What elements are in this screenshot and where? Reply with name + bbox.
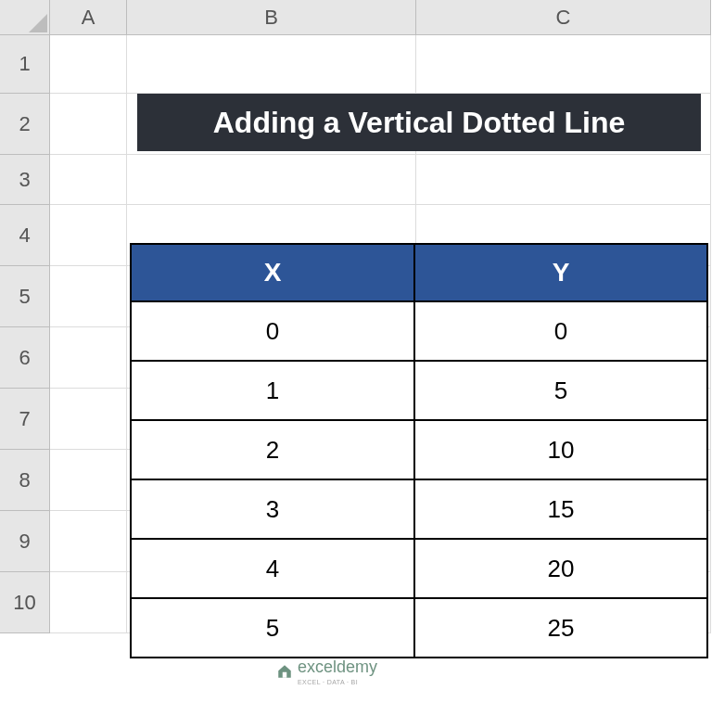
table-row: 2 10 <box>131 420 707 479</box>
cell-a10[interactable] <box>50 572 127 633</box>
cell-x[interactable]: 4 <box>131 539 414 598</box>
table-header-y[interactable]: Y <box>414 244 707 301</box>
cell-x[interactable]: 1 <box>131 361 414 420</box>
watermark-brand: exceldemy <box>298 658 377 677</box>
page-title: Adding a Vertical Dotted Line <box>137 94 701 151</box>
table-row: 1 5 <box>131 361 707 420</box>
table-header-row: X Y <box>131 244 707 301</box>
row-header-3[interactable]: 3 <box>0 155 50 205</box>
cell-b3[interactable] <box>127 155 416 205</box>
table-row: 4 20 <box>131 539 707 598</box>
cell-a7[interactable] <box>50 389 127 450</box>
cell-y[interactable]: 25 <box>414 598 707 658</box>
cell-y[interactable]: 15 <box>414 479 707 539</box>
select-all-triangle-icon <box>29 14 47 32</box>
column-header-a[interactable]: A <box>50 0 127 35</box>
cell-c3[interactable] <box>416 155 711 205</box>
row-header-8[interactable]: 8 <box>0 450 50 511</box>
row-header-9[interactable]: 9 <box>0 511 50 572</box>
table-row: 5 25 <box>131 598 707 658</box>
cell-x[interactable]: 2 <box>131 420 414 479</box>
house-icon <box>276 663 293 680</box>
cell-a2[interactable] <box>50 94 127 155</box>
cell-a1[interactable] <box>50 35 127 94</box>
table-header-x[interactable]: X <box>131 244 414 301</box>
cell-x[interactable]: 0 <box>131 301 414 361</box>
row-header-10[interactable]: 10 <box>0 572 50 633</box>
cell-a5[interactable] <box>50 266 127 327</box>
row-header-2[interactable]: 2 <box>0 94 50 155</box>
cell-y[interactable]: 0 <box>414 301 707 361</box>
cell-a4[interactable] <box>50 205 127 266</box>
cell-a6[interactable] <box>50 327 127 389</box>
watermark: exceldemy EXCEL · DATA · BI <box>276 658 377 685</box>
select-all-corner[interactable] <box>0 0 50 35</box>
column-header-b[interactable]: B <box>127 0 416 35</box>
cell-b1[interactable] <box>127 35 416 94</box>
table-row: 3 15 <box>131 479 707 539</box>
data-table: X Y 0 0 1 5 2 10 3 15 4 20 5 25 <box>130 243 708 658</box>
cell-a3[interactable] <box>50 155 127 205</box>
table-row: 0 0 <box>131 301 707 361</box>
cell-a8[interactable] <box>50 450 127 511</box>
cell-x[interactable]: 5 <box>131 598 414 658</box>
cell-c1[interactable] <box>416 35 711 94</box>
cell-y[interactable]: 5 <box>414 361 707 420</box>
row-header-1[interactable]: 1 <box>0 35 50 94</box>
cell-y[interactable]: 10 <box>414 420 707 479</box>
row-header-7[interactable]: 7 <box>0 389 50 450</box>
cell-x[interactable]: 3 <box>131 479 414 539</box>
watermark-tagline: EXCEL · DATA · BI <box>298 679 377 685</box>
cell-y[interactable]: 20 <box>414 539 707 598</box>
svg-rect-1 <box>283 672 287 678</box>
row-header-6[interactable]: 6 <box>0 327 50 389</box>
row-header-5[interactable]: 5 <box>0 266 50 327</box>
row-header-4[interactable]: 4 <box>0 205 50 266</box>
column-header-c[interactable]: C <box>416 0 711 35</box>
svg-marker-0 <box>29 14 47 32</box>
cell-a9[interactable] <box>50 511 127 572</box>
